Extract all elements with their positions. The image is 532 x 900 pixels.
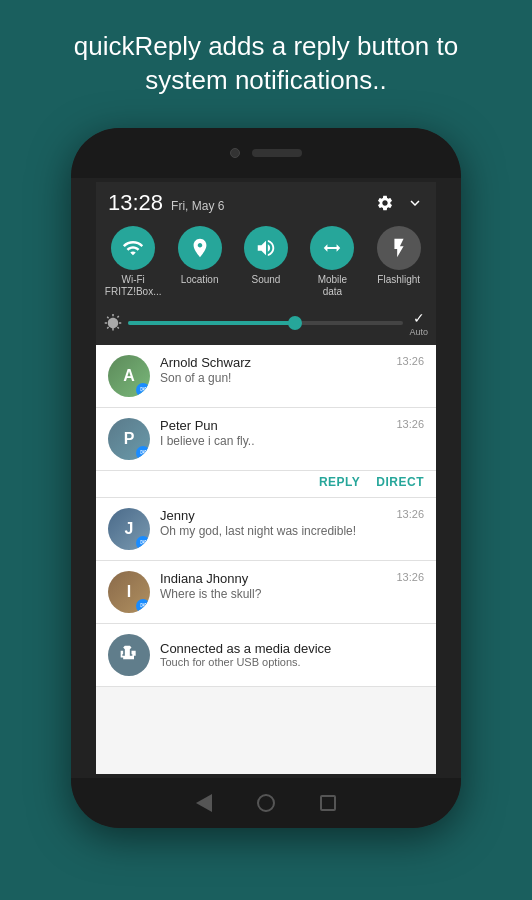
qs-tile-flashlight[interactable]: Flashlight — [370, 226, 428, 286]
phone-top-bar — [71, 128, 461, 178]
phone-outer: 13:28 Fri, May 6 — [71, 128, 461, 828]
notif-name-3: Jenny — [160, 508, 386, 523]
avatar-4: I ✉ — [108, 571, 150, 613]
notif-time-1: 13:26 — [396, 355, 424, 367]
back-icon — [196, 794, 212, 812]
brightness-auto-container: ✓ Auto — [409, 310, 428, 337]
avatar-2: P ✉ — [108, 418, 150, 460]
phone-screen: 13:28 Fri, May 6 — [96, 182, 436, 774]
flashlight-icon — [388, 237, 410, 259]
notif-msg-2: I believe i can fly.. — [160, 434, 386, 448]
location-icon-bg — [178, 226, 222, 270]
headline: quickReply adds a reply button to system… — [0, 0, 532, 118]
notif-content-4: Indiana Jhonny Where is the skull? — [160, 571, 386, 601]
reply-button[interactable]: REPLY — [319, 475, 360, 489]
direct-button[interactable]: DIRECT — [376, 475, 424, 489]
notif-msg-4: Where is the skull? — [160, 587, 386, 601]
qs-tile-location[interactable]: Location — [171, 226, 229, 286]
qs-tile-mobile-data[interactable]: Mobiledata — [303, 226, 361, 298]
phone-bottom-bar — [71, 778, 461, 828]
avatar-badge-2: ✉ — [136, 446, 150, 460]
notif-time-4: 13:26 — [396, 571, 424, 583]
auto-check-icon: ✓ — [413, 310, 425, 326]
notif-time-3: 13:26 — [396, 508, 424, 520]
notif-time-2: 13:26 — [396, 418, 424, 430]
brightness-row: ✓ Auto — [96, 306, 436, 345]
usb-content: Connected as a media device Touch for ot… — [160, 641, 331, 668]
time-date: 13:28 Fri, May 6 — [108, 190, 224, 216]
sound-icon — [255, 237, 277, 259]
usb-icon-wrap — [108, 634, 150, 676]
notif-card-3[interactable]: J ✉ Jenny Oh my god, last night was incr… — [96, 498, 436, 561]
status-icons — [376, 194, 424, 212]
wifi-icon-bg — [111, 226, 155, 270]
notif-card-1[interactable]: A ✉ Arnold Schwarz Son of a gun! 13:26 — [96, 345, 436, 408]
notif-card-2[interactable]: P ✉ Peter Pun I believe i can fly.. 13:2… — [96, 408, 436, 471]
notif-name-4: Indiana Jhonny — [160, 571, 386, 586]
wifi-icon — [122, 237, 144, 259]
notif-msg-1: Son of a gun! — [160, 371, 386, 385]
notif-actions-2: REPLY DIRECT — [96, 471, 436, 498]
notif-msg-3: Oh my god, last night was incredible! — [160, 524, 386, 538]
nav-recents-button[interactable] — [317, 792, 339, 814]
avatar-badge-3: ✉ — [136, 536, 150, 550]
notif-content-1: Arnold Schwarz Son of a gun! — [160, 355, 386, 385]
avatar-3: J ✉ — [108, 508, 150, 550]
clock-time: 13:28 — [108, 190, 163, 216]
front-camera — [230, 148, 240, 158]
phone-wrapper: 13:28 Fri, May 6 — [71, 128, 461, 828]
qs-tile-sound[interactable]: Sound — [237, 226, 295, 286]
usb-notification-card[interactable]: Connected as a media device Touch for ot… — [96, 624, 436, 687]
recents-icon — [320, 795, 336, 811]
usb-subtitle: Touch for other USB options. — [160, 656, 331, 668]
sound-icon-bg — [244, 226, 288, 270]
flashlight-label: Flashlight — [377, 274, 420, 286]
location-icon — [189, 237, 211, 259]
home-icon — [257, 794, 275, 812]
brightness-slider[interactable] — [128, 321, 403, 325]
notification-shade: 13:28 Fri, May 6 — [96, 182, 436, 345]
usb-title: Connected as a media device — [160, 641, 331, 656]
notif-content-2: Peter Pun I believe i can fly.. — [160, 418, 386, 448]
usb-icon — [119, 645, 139, 665]
mobile-data-icon — [321, 237, 343, 259]
auto-label: Auto — [409, 327, 428, 337]
notif-name-2: Peter Pun — [160, 418, 386, 433]
nav-home-button[interactable] — [255, 792, 277, 814]
chevron-down-icon[interactable] — [406, 194, 424, 212]
brightness-fill — [128, 321, 293, 325]
notification-list: A ✉ Arnold Schwarz Son of a gun! 13:26 P… — [96, 345, 436, 774]
brightness-icon — [104, 314, 122, 332]
mobile-data-icon-bg — [310, 226, 354, 270]
quick-settings-row: Wi-FiFRITZ!Box... Location — [96, 220, 436, 306]
clock-date: Fri, May 6 — [171, 199, 224, 213]
avatar-badge-1: ✉ — [136, 383, 150, 397]
nav-back-button[interactable] — [193, 792, 215, 814]
flashlight-icon-bg — [377, 226, 421, 270]
notif-card-4[interactable]: I ✉ Indiana Jhonny Where is the skull? 1… — [96, 561, 436, 624]
notif-name-1: Arnold Schwarz — [160, 355, 386, 370]
location-label: Location — [181, 274, 219, 286]
brightness-thumb[interactable] — [288, 316, 302, 330]
wifi-label: Wi-FiFRITZ!Box... — [105, 274, 162, 298]
notif-content-3: Jenny Oh my god, last night was incredib… — [160, 508, 386, 538]
speaker-grille — [252, 149, 302, 157]
mobile-data-label: Mobiledata — [318, 274, 347, 298]
sound-label: Sound — [252, 274, 281, 286]
qs-tile-wifi[interactable]: Wi-FiFRITZ!Box... — [104, 226, 162, 298]
status-row: 13:28 Fri, May 6 — [96, 182, 436, 220]
avatar-badge-4: ✉ — [136, 599, 150, 613]
gear-icon[interactable] — [376, 194, 394, 212]
avatar-1: A ✉ — [108, 355, 150, 397]
